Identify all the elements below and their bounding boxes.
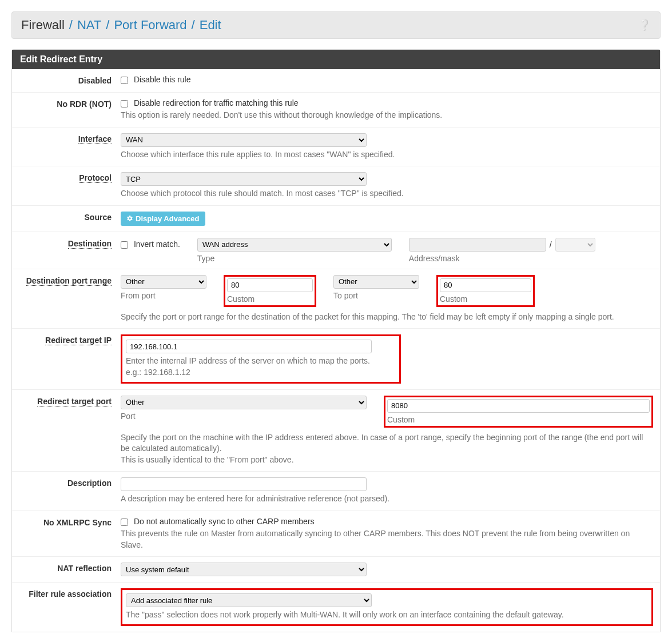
from-port-select[interactable]: Other	[121, 275, 206, 289]
interface-select[interactable]: WAN	[121, 133, 367, 147]
port-range-help: Specify the port or port range for the d…	[121, 312, 653, 323]
invert-match-wrap[interactable]: Invert match.	[121, 240, 180, 249]
label-disabled: Disabled	[78, 76, 112, 85]
disabled-checkbox-wrap[interactable]: Disable this rule	[121, 75, 191, 84]
panel-title: Edit Redirect Entry	[12, 50, 660, 69]
redirect-port-select[interactable]: Other	[121, 396, 367, 409]
filter-assoc-select[interactable]: Add associated filter rule	[126, 593, 372, 607]
breadcrumb-firewall[interactable]: Firewall	[21, 18, 65, 33]
to-port-select[interactable]: Other	[333, 275, 419, 289]
redirect-port-help1: Specify the port on the machine with the…	[121, 432, 653, 454]
invert-match-label: Invert match.	[134, 240, 180, 249]
protocol-help: Choose which protocol this rule should m…	[121, 188, 653, 200]
label-redirect-port: Redirect target port	[37, 397, 112, 406]
to-custom-highlight: Custom	[436, 275, 535, 307]
dest-type-label: Type	[197, 254, 392, 263]
from-port-label: From port	[121, 291, 206, 300]
interface-help: Choose which interface this rule applies…	[121, 149, 653, 161]
gear-icon	[126, 215, 133, 222]
row-destination: Destination Invert match. WAN address Ty…	[12, 232, 660, 269]
row-protocol: Protocol TCP Choose which protocol this …	[12, 166, 660, 205]
display-advanced-button[interactable]: Display Advanced	[121, 212, 205, 226]
row-no-rdr: No RDR (NOT) Disable redirection for tra…	[12, 92, 660, 127]
redirect-custom-highlight: Custom	[384, 396, 653, 428]
breadcrumb: Firewall / NAT / Port Forward / Edit	[21, 18, 221, 33]
protocol-select[interactable]: TCP	[121, 172, 367, 186]
help-icon[interactable]: ❔	[638, 19, 651, 31]
label-no-xmlrpc: No XMLRPC Sync	[43, 518, 112, 527]
label-protocol: Protocol	[79, 173, 112, 183]
redirect-custom-label: Custom	[387, 415, 650, 424]
redirect-ip-highlight: Enter the internal IP address of the ser…	[121, 334, 401, 383]
redirect-ip-input[interactable]	[126, 340, 372, 353]
filter-assoc-help: The "pass" selection does not work prope…	[126, 609, 648, 621]
no-rdr-checkbox[interactable]	[121, 100, 128, 107]
breadcrumb-sep: /	[106, 18, 109, 33]
label-interface: Interface	[78, 134, 112, 144]
row-dest-port-range: Destination port range Other From port C…	[12, 269, 660, 329]
panel-edit-redirect: Edit Redirect Entry Disabled Disable thi…	[11, 49, 661, 632]
no-xmlrpc-help: This prevents the rule on Master from au…	[121, 528, 653, 551]
invert-match-checkbox[interactable]	[121, 241, 128, 249]
label-source: Source	[85, 213, 112, 222]
dest-addr-label: Address/mask	[409, 254, 595, 263]
row-interface: Interface WAN Choose which interface thi…	[12, 127, 660, 166]
description-help: A description may be entered here for ad…	[121, 493, 653, 505]
no-xmlrpc-checkbox-wrap[interactable]: Do not automatically sync to other CARP …	[121, 517, 315, 526]
label-nat-reflection: NAT reflection	[57, 564, 112, 573]
label-no-rdr: No RDR (NOT)	[57, 99, 112, 109]
row-nat-reflection: NAT reflection Use system default	[12, 556, 660, 582]
filter-assoc-highlight: Add associated filter rule The "pass" se…	[121, 588, 653, 626]
from-custom-input[interactable]	[227, 278, 313, 292]
label-redirect-ip: Redirect target IP	[45, 336, 112, 345]
breadcrumb-sep: /	[192, 18, 195, 33]
nat-reflection-select[interactable]: Use system default	[121, 563, 367, 576]
row-no-xmlrpc: No XMLRPC Sync Do not automatically sync…	[12, 511, 660, 556]
to-port-label: To port	[333, 291, 419, 300]
breadcrumb-bar: Firewall / NAT / Port Forward / Edit ❔	[11, 11, 661, 39]
no-xmlrpc-check-label: Do not automatically sync to other CARP …	[134, 517, 315, 526]
no-rdr-help: This option is rarely needed. Don't use …	[121, 110, 653, 121]
row-source: Source Display Advanced	[12, 205, 660, 232]
redirect-ip-help1: Enter the internal IP address of the ser…	[126, 356, 393, 367]
label-filter-assoc: Filter rule association	[29, 589, 112, 599]
row-filter-assoc: Filter rule association Add associated f…	[12, 582, 660, 632]
no-rdr-checkbox-wrap[interactable]: Disable redirection for traffic matching…	[121, 98, 299, 107]
dest-address-input	[409, 238, 546, 252]
redirect-port-label: Port	[121, 412, 367, 421]
dest-type-select[interactable]: WAN address	[197, 238, 392, 252]
to-custom-input[interactable]	[440, 278, 531, 292]
row-redirect-port: Redirect target port Other Port Custom S…	[12, 389, 660, 472]
no-rdr-check-label: Disable redirection for traffic matching…	[134, 98, 299, 107]
to-custom-label: Custom	[440, 294, 531, 304]
disabled-checkbox[interactable]	[121, 77, 128, 84]
dest-mask-select	[555, 238, 595, 252]
no-xmlrpc-checkbox[interactable]	[121, 519, 128, 526]
redirect-port-help2: This is usually identical to the "From p…	[121, 454, 653, 466]
row-redirect-ip: Redirect target IP Enter the internal IP…	[12, 328, 660, 389]
label-description: Description	[67, 479, 112, 488]
label-destination: Destination	[68, 239, 112, 249]
disabled-check-label: Disable this rule	[134, 75, 191, 84]
from-custom-highlight: Custom	[224, 275, 316, 307]
redirect-custom-input[interactable]	[387, 399, 650, 413]
redirect-ip-help2: e.g.: 192.168.1.12	[126, 367, 393, 378]
dest-slash: /	[550, 240, 552, 249]
display-advanced-label: Display Advanced	[136, 214, 200, 223]
description-input[interactable]	[121, 477, 367, 491]
breadcrumb-port-forward[interactable]: Port Forward	[114, 18, 186, 33]
breadcrumb-edit[interactable]: Edit	[200, 18, 221, 33]
breadcrumb-nat[interactable]: NAT	[77, 18, 101, 33]
row-description: Description A description may be entered…	[12, 471, 660, 511]
row-disabled: Disabled Disable this rule	[12, 69, 660, 92]
from-custom-label: Custom	[227, 294, 313, 304]
breadcrumb-sep: /	[69, 18, 73, 33]
label-dest-port-range: Destination port range	[26, 276, 112, 286]
